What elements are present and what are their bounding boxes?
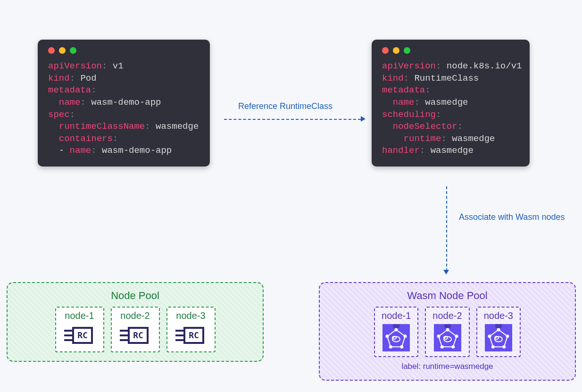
node-pool: Node Pool node-1RCnode-2RCnode-3RC (7, 282, 264, 362)
svg-point-33 (506, 334, 509, 338)
node-label: node-2 (120, 310, 150, 321)
svg-text:RC: RC (189, 330, 199, 340)
svg-text:RC: RC (77, 330, 88, 340)
node-pool-nodes: node-1RCnode-2RCnode-3RC (16, 307, 254, 352)
wasm-node-pool-title: Wasm Node Pool (328, 290, 566, 302)
window-traffic-lights (382, 47, 519, 54)
node-label: node-3 (484, 310, 513, 321)
reference-arrow-line (224, 119, 361, 120)
close-dot-icon (382, 47, 389, 54)
wasm-icon (485, 324, 512, 351)
wasm-node-pool: Wasm Node Pool node-1node-2node-3 label:… (319, 282, 576, 381)
svg-point-27 (440, 345, 443, 349)
wasm-node-pool-caption: label: runtime=wasmedge (328, 362, 566, 371)
node-pool-node: node-3RC (166, 307, 216, 352)
wasm-icon (382, 324, 410, 351)
associate-arrow-line (446, 186, 447, 271)
svg-point-34 (502, 345, 506, 349)
associate-wasm-nodes-label: Associate with Wasm nodes (459, 212, 565, 222)
associate-arrow-head-icon (443, 270, 449, 275)
runtimeclass-yaml-window: apiVersion: node.k8s.io/v1 kind: Runtime… (372, 40, 530, 167)
pod-yaml-code: apiVersion: v1 kind: Pod metadata: name:… (48, 60, 200, 157)
wasm-icon (434, 324, 461, 351)
minimize-dot-icon (59, 47, 66, 54)
svg-point-28 (437, 334, 440, 338)
svg-point-36 (488, 334, 491, 338)
zoom-dot-icon (404, 47, 410, 54)
svg-point-25 (455, 334, 458, 338)
node-pool-node: node-1RC (55, 307, 104, 352)
wasm-node-pool-node: node-2 (425, 307, 469, 357)
minimize-dot-icon (393, 47, 399, 54)
wasm-node-pool-node: node-1 (374, 307, 418, 357)
wasm-node-pool-node: node-3 (476, 307, 521, 357)
svg-point-24 (446, 328, 449, 332)
svg-point-26 (451, 345, 455, 349)
close-dot-icon (48, 47, 55, 54)
svg-point-19 (389, 345, 392, 349)
runc-icon: RC (118, 324, 152, 347)
node-label: node-2 (432, 310, 462, 321)
wasm-node-pool-nodes: node-1node-2node-3 (328, 307, 566, 357)
svg-point-20 (386, 334, 389, 338)
node-label: node-1 (382, 310, 411, 321)
pod-yaml-window: apiVersion: v1 kind: Pod metadata: name:… (38, 40, 210, 167)
node-label: node-1 (65, 310, 94, 321)
node-pool-node: node-2RC (111, 307, 160, 352)
svg-text:RC: RC (133, 330, 143, 340)
reference-arrow-head-icon (361, 116, 366, 122)
svg-point-32 (497, 328, 500, 332)
node-label: node-3 (176, 310, 205, 321)
window-traffic-lights (48, 47, 200, 54)
zoom-dot-icon (70, 47, 76, 54)
node-pool-title: Node Pool (16, 290, 254, 302)
svg-point-17 (404, 334, 407, 338)
svg-point-18 (400, 345, 403, 349)
svg-point-35 (491, 345, 495, 349)
svg-point-16 (395, 328, 398, 332)
runc-icon: RC (63, 324, 97, 347)
runtimeclass-yaml-code: apiVersion: node.k8s.io/v1 kind: Runtime… (382, 60, 519, 157)
reference-runtimeclass-label: Reference RuntimeClass (238, 101, 333, 111)
runc-icon: RC (174, 324, 208, 347)
